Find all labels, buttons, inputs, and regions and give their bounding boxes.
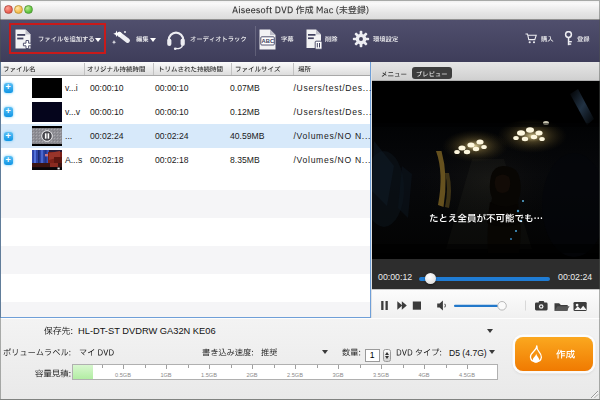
- svg-text:ABC: ABC: [262, 38, 275, 44]
